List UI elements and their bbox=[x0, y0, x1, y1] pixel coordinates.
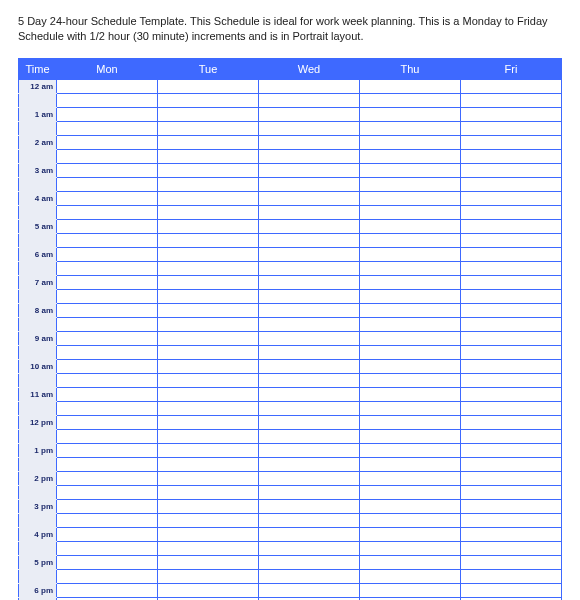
schedule-cell[interactable] bbox=[158, 569, 259, 583]
schedule-cell[interactable] bbox=[57, 303, 158, 317]
schedule-cell[interactable] bbox=[259, 401, 360, 415]
schedule-cell[interactable] bbox=[259, 555, 360, 569]
schedule-cell[interactable] bbox=[360, 359, 461, 373]
schedule-cell[interactable] bbox=[360, 499, 461, 513]
schedule-cell[interactable] bbox=[158, 331, 259, 345]
schedule-cell[interactable] bbox=[461, 429, 562, 443]
schedule-cell[interactable] bbox=[360, 163, 461, 177]
schedule-cell[interactable] bbox=[158, 471, 259, 485]
schedule-cell[interactable] bbox=[57, 233, 158, 247]
schedule-cell[interactable] bbox=[158, 583, 259, 597]
schedule-cell[interactable] bbox=[360, 443, 461, 457]
schedule-cell[interactable] bbox=[461, 541, 562, 555]
schedule-cell[interactable] bbox=[360, 331, 461, 345]
schedule-cell[interactable] bbox=[461, 289, 562, 303]
schedule-cell[interactable] bbox=[158, 317, 259, 331]
schedule-cell[interactable] bbox=[461, 121, 562, 135]
schedule-cell[interactable] bbox=[158, 513, 259, 527]
schedule-cell[interactable] bbox=[57, 569, 158, 583]
schedule-cell[interactable] bbox=[259, 513, 360, 527]
schedule-cell[interactable] bbox=[360, 527, 461, 541]
schedule-cell[interactable] bbox=[259, 387, 360, 401]
schedule-cell[interactable] bbox=[461, 177, 562, 191]
schedule-cell[interactable] bbox=[57, 527, 158, 541]
schedule-cell[interactable] bbox=[461, 275, 562, 289]
schedule-cell[interactable] bbox=[57, 331, 158, 345]
schedule-cell[interactable] bbox=[461, 107, 562, 121]
schedule-cell[interactable] bbox=[360, 121, 461, 135]
schedule-cell[interactable] bbox=[57, 289, 158, 303]
schedule-cell[interactable] bbox=[158, 359, 259, 373]
schedule-cell[interactable] bbox=[461, 79, 562, 93]
schedule-cell[interactable] bbox=[57, 149, 158, 163]
schedule-cell[interactable] bbox=[360, 401, 461, 415]
schedule-cell[interactable] bbox=[158, 233, 259, 247]
schedule-cell[interactable] bbox=[57, 541, 158, 555]
schedule-cell[interactable] bbox=[158, 485, 259, 499]
schedule-cell[interactable] bbox=[461, 345, 562, 359]
schedule-cell[interactable] bbox=[360, 233, 461, 247]
schedule-cell[interactable] bbox=[360, 177, 461, 191]
schedule-cell[interactable] bbox=[360, 457, 461, 471]
schedule-cell[interactable] bbox=[158, 121, 259, 135]
schedule-cell[interactable] bbox=[158, 247, 259, 261]
schedule-cell[interactable] bbox=[57, 247, 158, 261]
schedule-cell[interactable] bbox=[259, 499, 360, 513]
schedule-cell[interactable] bbox=[158, 261, 259, 275]
schedule-cell[interactable] bbox=[259, 163, 360, 177]
schedule-cell[interactable] bbox=[158, 499, 259, 513]
schedule-cell[interactable] bbox=[259, 443, 360, 457]
schedule-cell[interactable] bbox=[461, 135, 562, 149]
schedule-cell[interactable] bbox=[259, 93, 360, 107]
schedule-cell[interactable] bbox=[461, 415, 562, 429]
schedule-cell[interactable] bbox=[259, 79, 360, 93]
schedule-cell[interactable] bbox=[360, 191, 461, 205]
schedule-cell[interactable] bbox=[259, 219, 360, 233]
schedule-cell[interactable] bbox=[259, 429, 360, 443]
schedule-cell[interactable] bbox=[259, 233, 360, 247]
schedule-cell[interactable] bbox=[259, 415, 360, 429]
schedule-cell[interactable] bbox=[158, 107, 259, 121]
schedule-cell[interactable] bbox=[259, 457, 360, 471]
schedule-cell[interactable] bbox=[461, 247, 562, 261]
schedule-cell[interactable] bbox=[360, 583, 461, 597]
schedule-cell[interactable] bbox=[360, 555, 461, 569]
schedule-cell[interactable] bbox=[259, 303, 360, 317]
schedule-cell[interactable] bbox=[57, 555, 158, 569]
schedule-cell[interactable] bbox=[360, 289, 461, 303]
schedule-cell[interactable] bbox=[57, 415, 158, 429]
schedule-cell[interactable] bbox=[259, 261, 360, 275]
schedule-cell[interactable] bbox=[461, 583, 562, 597]
schedule-cell[interactable] bbox=[360, 387, 461, 401]
schedule-cell[interactable] bbox=[259, 471, 360, 485]
schedule-cell[interactable] bbox=[57, 373, 158, 387]
schedule-cell[interactable] bbox=[158, 191, 259, 205]
schedule-cell[interactable] bbox=[461, 93, 562, 107]
schedule-cell[interactable] bbox=[158, 135, 259, 149]
schedule-cell[interactable] bbox=[158, 177, 259, 191]
schedule-cell[interactable] bbox=[158, 541, 259, 555]
schedule-cell[interactable] bbox=[360, 471, 461, 485]
schedule-cell[interactable] bbox=[360, 275, 461, 289]
schedule-cell[interactable] bbox=[158, 149, 259, 163]
schedule-cell[interactable] bbox=[360, 541, 461, 555]
schedule-cell[interactable] bbox=[158, 527, 259, 541]
schedule-cell[interactable] bbox=[57, 79, 158, 93]
schedule-cell[interactable] bbox=[57, 219, 158, 233]
schedule-cell[interactable] bbox=[57, 387, 158, 401]
schedule-cell[interactable] bbox=[158, 93, 259, 107]
schedule-cell[interactable] bbox=[57, 163, 158, 177]
schedule-cell[interactable] bbox=[158, 79, 259, 93]
schedule-cell[interactable] bbox=[57, 261, 158, 275]
schedule-cell[interactable] bbox=[57, 499, 158, 513]
schedule-cell[interactable] bbox=[158, 219, 259, 233]
schedule-cell[interactable] bbox=[158, 345, 259, 359]
schedule-cell[interactable] bbox=[259, 121, 360, 135]
schedule-cell[interactable] bbox=[461, 219, 562, 233]
schedule-cell[interactable] bbox=[158, 387, 259, 401]
schedule-cell[interactable] bbox=[57, 93, 158, 107]
schedule-cell[interactable] bbox=[360, 107, 461, 121]
schedule-cell[interactable] bbox=[158, 163, 259, 177]
schedule-cell[interactable] bbox=[158, 443, 259, 457]
schedule-cell[interactable] bbox=[158, 373, 259, 387]
